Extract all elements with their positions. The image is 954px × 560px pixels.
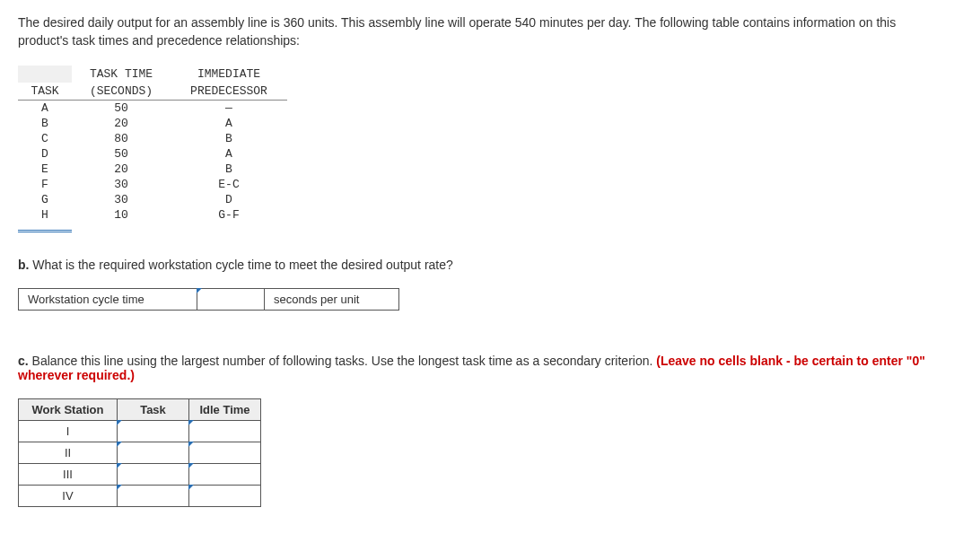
ws-idle-input[interactable] [189,464,260,485]
cycle-time-unit: seconds per unit [265,288,399,311]
predecessor-cell: A [171,116,287,131]
time-cell: 10 [72,207,171,223]
divider [18,230,72,232]
ws-task-input[interactable] [118,486,188,506]
question-c-text: Balance this line using the largest numb… [29,354,657,368]
question-c-prefix: c. [18,354,29,368]
ws-station-cell: IV [19,486,118,507]
task-cell: G [18,192,72,207]
header-predecessor-1: IMMEDIATE [171,66,287,83]
table-row: B20A [18,116,287,131]
table-row: III [19,464,261,486]
ws-idle-cell [189,442,261,464]
intro-text: The desired daily output for an assembly… [18,14,936,49]
predecessor-cell: B [171,131,287,146]
ws-task-cell [118,486,189,507]
table-row: C80B [18,131,287,146]
task-cell: E [18,162,72,177]
ws-task-cell [118,464,189,486]
ws-idle-cell [189,464,261,486]
predecessor-cell: B [171,162,287,177]
table-row: F30E-C [18,177,287,192]
table-row: G30D [18,192,287,207]
input-marker-icon [117,442,122,447]
ws-station-cell: I [19,421,118,442]
task-cell: D [18,146,72,162]
predecessor-cell: — [171,101,287,117]
ws-task-cell [118,442,189,464]
ws-idle-input[interactable] [189,442,260,463]
input-marker-icon [188,485,194,490]
ws-idle-input[interactable] [189,486,260,506]
table-row: D50A [18,146,287,162]
time-cell: 50 [72,101,171,117]
question-b-text: What is the required workstation cycle t… [29,258,452,272]
time-cell: 80 [72,131,171,146]
task-cell: F [18,177,72,192]
cycle-time-row: Workstation cycle time seconds per unit [18,288,936,311]
question-b-prefix: b. [18,258,29,272]
table-row: IV [19,486,261,507]
time-cell: 20 [72,162,171,177]
task-precedence-table: TASK TIME IMMEDIATE TASK (SECONDS) PREDE… [18,66,287,223]
predecessor-cell: A [171,146,287,162]
task-cell: B [18,116,72,131]
header-task: TASK [18,83,72,101]
ws-idle-cell [189,486,261,507]
table-row: E20B [18,162,287,177]
ws-task-cell [118,421,189,442]
question-b: b. What is the required workstation cycl… [18,258,936,272]
predecessor-cell: D [171,192,287,207]
cycle-time-input[interactable] [197,289,264,310]
header-task-time-1: TASK TIME [72,66,171,83]
table-row: H10G-F [18,207,287,223]
ws-header-idle: Idle Time [189,399,261,421]
header-predecessor-2: PREDECESSOR [171,83,287,101]
input-marker-icon [117,485,122,490]
ws-station-cell: II [19,442,118,464]
cycle-time-label: Workstation cycle time [18,288,197,311]
ws-header-task: Task [118,399,189,421]
ws-idle-input[interactable] [189,421,260,442]
task-cell: A [18,101,72,117]
time-cell: 30 [72,192,171,207]
header-task-time-2: (SECONDS) [72,83,171,101]
input-marker-icon [117,463,122,468]
cycle-time-input-cell [197,288,265,311]
predecessor-cell: G-F [171,207,287,223]
question-c: c. Balance this line using the largest n… [18,354,936,382]
input-marker-icon [188,463,194,468]
task-cell: H [18,207,72,223]
time-cell: 20 [72,116,171,131]
ws-idle-cell [189,421,261,442]
ws-station-cell: III [19,464,118,486]
time-cell: 50 [72,146,171,162]
ws-task-input[interactable] [118,442,188,463]
input-marker-icon [188,442,194,447]
input-marker-icon [188,420,194,425]
task-cell: C [18,131,72,146]
ws-task-input[interactable] [118,421,188,442]
workstation-table: Work Station Task Idle Time IIIIIIIV [18,398,261,507]
table-row: I [19,421,261,442]
input-marker-icon [117,420,122,425]
ws-header-station: Work Station [19,399,118,421]
predecessor-cell: E-C [171,177,287,192]
time-cell: 30 [72,177,171,192]
ws-task-input[interactable] [118,464,188,485]
input-marker-icon [197,288,202,293]
table-row: II [19,442,261,464]
table-row: A50— [18,101,287,117]
